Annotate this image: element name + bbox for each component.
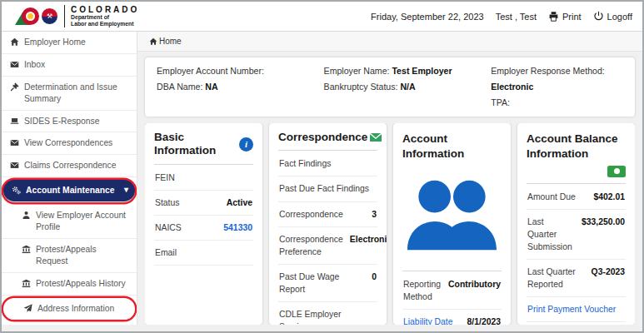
card-account-balance-information: Account Balance InformationAmount Due$40… <box>517 123 635 325</box>
envelope-icon <box>10 161 19 170</box>
sidebar-item-claims-correspondence[interactable]: Claims Correspondence <box>2 155 137 177</box>
card-row-status: StatusActive <box>154 191 253 216</box>
card-row-liability-date: Liability Date8/1/2023 <box>402 310 502 325</box>
logoff-button[interactable]: Logoff <box>593 11 632 22</box>
card-row-reporting-method: Reporting MethodContributory <box>402 272 502 310</box>
card-correspondence: CorrespondenceFact FindingsPast Due Fact… <box>269 123 387 325</box>
link-make-online-payment[interactable]: Make Online Payment <box>527 322 626 325</box>
sidebar-item-inbox[interactable]: Inbox <box>2 54 137 77</box>
employer-info-bar: Employer Account Number: DBA Name: NAEmp… <box>145 57 635 117</box>
card-head: Basic Informationi <box>154 131 253 164</box>
gavel-icon <box>10 82 19 92</box>
info-field-dba-name: DBA Name: NA <box>157 79 316 95</box>
link-print-payment-voucher[interactable]: Print Payment Voucher <box>527 297 626 322</box>
current-date: Friday, September 22, 2023 <box>371 12 484 22</box>
brand-logo: ⚒ COLORADO Department of Labor and Emplo… <box>15 5 139 28</box>
sidebar-item-view-employer-account-profile[interactable]: View Employer Account Profile <box>2 205 137 239</box>
sidebar-item-protest-appeals-request[interactable]: Protest/Appeals Request <box>2 239 137 273</box>
brand-text: COLORADO Department of Labor and Employm… <box>64 5 139 28</box>
power-icon <box>593 11 604 22</box>
envelope-icon <box>10 138 19 147</box>
chevron-down-icon: ▾ <box>124 185 128 194</box>
sidebar-item-determination-and-issue-summary[interactable]: Determination and Issue Summary <box>2 77 137 111</box>
info-bar-column: Employer Account Number: DBA Name: NA <box>157 63 316 111</box>
info-field-tpa: TPA: <box>491 95 623 111</box>
envelope-green-icon <box>367 131 384 144</box>
main-area: Home Employer Account Number: DBA Name: … <box>137 32 642 325</box>
card-title: Account Information <box>402 132 464 160</box>
sidebar-item-sides-e-response[interactable]: SIDES E-Response <box>2 111 137 133</box>
card-basic-information: Basic InformationiFEINStatusActiveNAICS5… <box>145 123 262 325</box>
sidebar-item-view-employer-name-change-history[interactable]: View Employer Name Change History <box>2 322 137 325</box>
card-row-fein: FEIN <box>154 166 253 191</box>
info-bar-column: Employer Response Method: ElectronicTPA: <box>491 63 623 111</box>
user-name: Test , Test <box>496 12 537 22</box>
card-title: Basic Information <box>154 131 239 157</box>
row-label: Amount Due <box>527 191 587 203</box>
brand-name: COLORADO <box>71 5 139 14</box>
sidebar-nav: Employer HomeInboxDetermination and Issu… <box>2 32 137 325</box>
row-value: Electronic <box>350 233 387 258</box>
row-label: Past Due Wage Report <box>279 271 365 296</box>
print-icon <box>548 11 559 22</box>
gears-icon <box>12 186 21 195</box>
sidebar-item-label: SIDES E-Response <box>24 116 130 127</box>
info-field-bankruptcy-status: Bankruptcy Status: N/A <box>324 79 483 95</box>
colorado-c-icon <box>22 7 39 25</box>
card-account-information: Account InformationReporting MethodContr… <box>393 123 511 325</box>
page-layout: Employer HomeInboxDetermination and Issu… <box>2 32 642 331</box>
sidebar-item-label: Determination and Issue Summary <box>24 82 130 105</box>
row-value: Q3-2023 <box>592 266 625 291</box>
sidebar-item-view-correspondences[interactable]: View Correspondences <box>2 132 137 155</box>
card-row-email: Email <box>154 241 253 266</box>
card-row-amount-due: Amount Due$402.01 <box>527 185 626 210</box>
sidebar-item-label: Address Information <box>37 303 128 315</box>
card-row-last-quarter-submission: Last Quarter Submission$33,250.00 <box>527 210 626 260</box>
card-row-past-due-wage-report: Past Due Wage Report0 <box>278 265 377 302</box>
row-value: 3 <box>372 208 377 221</box>
home-icon <box>10 37 19 47</box>
sidebar-item-label: Inbox <box>24 59 130 71</box>
bank-icon <box>22 245 31 254</box>
card-head: Correspondence <box>278 131 377 151</box>
laptop-icon <box>10 117 19 126</box>
info-field-value: Electronic <box>491 82 533 92</box>
colorado-logo-icon: ⚒ <box>15 6 58 27</box>
info-field-employer-name: Employer Name: Test Employer <box>324 63 483 79</box>
row-value: 0 <box>372 271 377 296</box>
breadcrumb[interactable]: Home <box>137 32 642 52</box>
sidebar-item-address-information[interactable]: Address Information <box>3 298 135 321</box>
sidebar-item-label: Account Maintenance <box>26 185 119 196</box>
row-value: Contributory <box>448 278 501 303</box>
row-label: Email <box>155 246 246 259</box>
sidebar-item-label: View Correspondences <box>24 137 130 149</box>
row-value: Active <box>227 196 252 209</box>
card-row-past-due-fact-findings: Past Due Fact Findings <box>278 176 377 201</box>
row-label: Reporting Method <box>403 278 442 303</box>
person-icon <box>22 211 31 220</box>
brand-dept-line1: Department of <box>71 14 139 21</box>
sidebar-item-employer-home[interactable]: Employer Home <box>2 32 137 54</box>
cdle-badge-icon: ⚒ <box>41 7 58 25</box>
info-field-value: NA <box>205 82 217 92</box>
row-value-link[interactable]: 541330 <box>223 223 252 232</box>
card-title: Account Balance Information <box>527 132 618 160</box>
row-label-link[interactable]: Liability Date <box>403 316 461 325</box>
row-label: Past Due Fact Findings <box>279 182 370 195</box>
row-label: FEIN <box>155 171 246 184</box>
header-actions: Friday, September 22, 2023 Test , Test P… <box>371 11 632 22</box>
people-group-icon <box>402 166 502 265</box>
sidebar-item-label: Protest/Appeals History <box>36 278 130 290</box>
sidebar-item-account-maintenance[interactable]: Account Maintenance▾ <box>3 180 135 202</box>
sidebar-item-protest-appeals-history[interactable]: Protest/Appeals History <box>2 273 137 296</box>
row-value: 8/1/2023 <box>467 316 501 325</box>
sidebar-item-label: View Employer Account Profile <box>36 210 130 233</box>
row-label: Fact Findings <box>279 157 370 170</box>
sidebar-item-label: Claims Correspondence <box>24 160 130 171</box>
paper-plane-icon <box>23 304 32 313</box>
breadcrumb-home[interactable]: Home <box>159 37 182 46</box>
print-button[interactable]: Print <box>548 11 582 22</box>
summary-cards: Basic InformationiFEINStatusActiveNAICS5… <box>145 123 635 325</box>
row-label: Last Quarter Submission <box>527 216 575 253</box>
sidebar-item-label: Employer Home <box>24 37 130 48</box>
